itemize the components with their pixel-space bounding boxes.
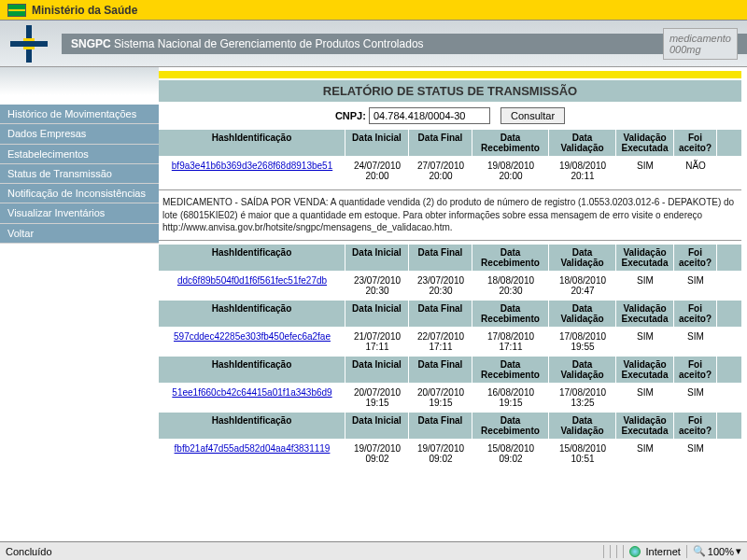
table-row: 51ee1f660cb42c64415a01f1a343b6d920/07/20… [159, 383, 741, 413]
sidebar-item-voltar[interactable]: Voltar [0, 224, 159, 244]
ministry-label: Ministério da Saúde [32, 4, 137, 17]
sidebar-item-visualizar-inventarios[interactable]: Visualizar Inventários [0, 203, 159, 223]
hash-link[interactable]: fbfb21af47d55ad582d04aa4f3831119 [175, 443, 331, 454]
sidebar-item-dados-empresas[interactable]: Dados Empresas [0, 124, 159, 144]
hash-link[interactable]: 51ee1f660cb42c64415a01f1a343b6d9 [172, 387, 331, 398]
report-title: RELATÓRIO DE STATUS DE TRANSMISSÃO [159, 80, 741, 102]
sidebar-item-estabelecimentos[interactable]: Estabelecimentos [0, 145, 159, 164]
ministry-top-bar: Ministério da Saúde [0, 0, 747, 21]
sidebar-item-status-transmissao[interactable]: Status de Transmissão [0, 164, 159, 184]
system-title: SNGPC Sistema Nacional de Gerenciamento … [62, 34, 747, 54]
table-header: HashIdentificaçãoData InicialData FinalD… [159, 130, 741, 156]
brazil-flag-icon [7, 4, 26, 17]
main-content: RELATÓRIO DE STATUS DE TRANSMISSÃO CNPJ:… [159, 67, 747, 472]
system-fullname: Sistema Nacional de Gerenciamento de Pro… [114, 37, 424, 50]
consultar-button[interactable]: Consultar [500, 107, 565, 124]
yellow-divider [159, 71, 741, 78]
hash-link[interactable]: 597cddec42285e303fb450efec6a2fae [174, 331, 331, 342]
hash-link[interactable]: ddc6f89b504f0d1f6f561fec51fe27db [177, 275, 327, 286]
table-row: 597cddec42285e303fb450efec6a2fae21/07/20… [159, 327, 741, 357]
table-header: HashIdentificaçãoData InicialData FinalD… [159, 357, 741, 383]
cnpj-input[interactable] [369, 107, 490, 124]
header-band: SNGPC Sistema Nacional de Gerenciamento … [0, 21, 747, 67]
validation-error-note: MEDICAMENTO - SAÍDA POR VENDA: A quantid… [159, 189, 741, 241]
medicamento-watermark: medicamento 000mg [663, 28, 738, 60]
table-row: bf9a3e41b6b369d3e268f68d8913be5124/07/20… [159, 156, 741, 186]
sidebar-item-historico[interactable]: Histórico de Movimentações [0, 105, 159, 124]
sidebar-item-notificacao[interactable]: Notificação de Inconsistências [0, 184, 159, 203]
table-row: ddc6f89b504f0d1f6f561fec51fe27db23/07/20… [159, 271, 741, 301]
cnpj-label: CNPJ: [335, 110, 366, 121]
system-acronym: SNGPC [71, 37, 111, 50]
table-header: HashIdentificaçãoData InicialData FinalD… [159, 245, 741, 271]
sidebar-nav: Histórico de Movimentações Dados Empresa… [0, 67, 159, 472]
cnpj-filter-row: CNPJ: Consultar [159, 102, 741, 130]
table-header: HashIdentificaçãoData InicialData FinalD… [159, 301, 741, 327]
hash-link[interactable]: bf9a3e41b6b369d3e268f68d8913be51 [172, 161, 332, 171]
sngpc-logo-icon [6, 21, 52, 67]
table-header: HashIdentificaçãoData InicialData FinalD… [159, 413, 741, 439]
table-row: fbfb21af47d55ad582d04aa4f383111919/07/20… [159, 439, 741, 469]
